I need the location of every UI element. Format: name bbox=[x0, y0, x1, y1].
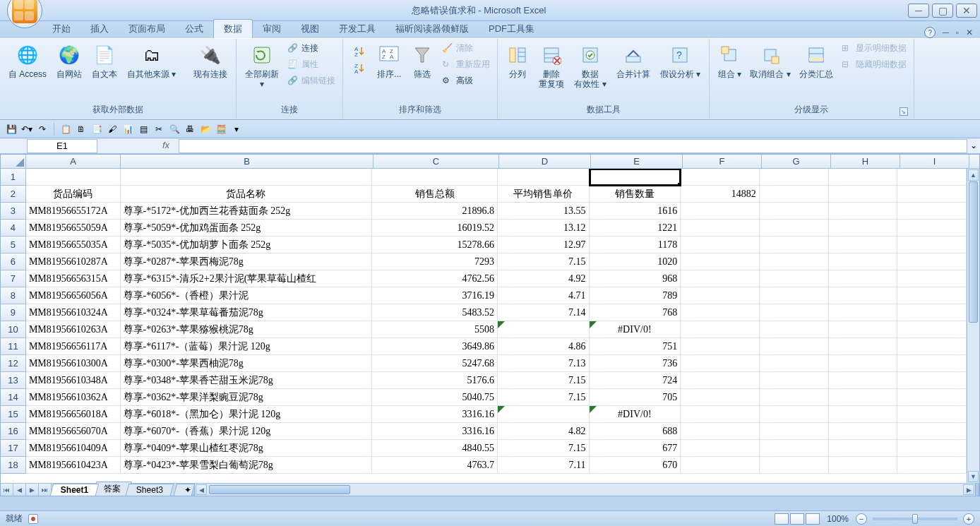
row-header[interactable]: 13 bbox=[1, 372, 26, 389]
row-header[interactable]: 1 bbox=[1, 169, 26, 186]
tab-数据[interactable]: 数据 bbox=[213, 19, 253, 38]
sheet-tab-Sheet3[interactable]: Sheet3 bbox=[126, 484, 174, 496]
cell[interactable] bbox=[760, 321, 829, 338]
column-header-B[interactable]: B bbox=[121, 155, 374, 168]
page-layout-view-button[interactable] bbox=[790, 513, 804, 525]
cell[interactable]: 5040.75 bbox=[372, 389, 497, 406]
cell[interactable]: 1178 bbox=[590, 237, 681, 253]
fx-icon[interactable]: fx bbox=[162, 140, 169, 150]
cell[interactable]: 平均销售单价 bbox=[498, 186, 590, 203]
cell[interactable] bbox=[897, 406, 967, 423]
cell[interactable] bbox=[681, 338, 760, 355]
cell[interactable] bbox=[897, 321, 967, 338]
cell[interactable] bbox=[829, 406, 898, 423]
cell[interactable]: 尊享-*5059*-优加鸡蛋面条 252g bbox=[121, 220, 373, 237]
cell[interactable] bbox=[829, 270, 898, 287]
cell[interactable] bbox=[681, 372, 760, 389]
cell[interactable]: MM81956656056A bbox=[26, 287, 121, 304]
cell[interactable]: 968 bbox=[590, 270, 681, 287]
data-tools-btn-1[interactable]: 删除重复项 bbox=[534, 41, 568, 92]
cell[interactable] bbox=[372, 169, 497, 186]
cell[interactable]: 销售数量 bbox=[590, 186, 681, 203]
format-painter-icon[interactable]: 🖌 bbox=[107, 124, 118, 135]
cell[interactable]: 尊享-*0324*-苹果草莓番茄泥78g bbox=[121, 304, 373, 321]
outline-launcher-icon[interactable]: ↘ bbox=[900, 107, 908, 116]
cell[interactable] bbox=[681, 270, 760, 287]
cell[interactable]: 尊享-*0263*-苹果猕猴桃泥78g bbox=[121, 321, 373, 338]
cell[interactable] bbox=[897, 237, 967, 253]
data-tools-btn-3[interactable]: 合并计算 bbox=[612, 41, 655, 82]
cell[interactable]: 1221 bbox=[590, 220, 681, 237]
cell[interactable]: MM81956655172A bbox=[26, 203, 121, 220]
properties-button[interactable]: 🧾属性 bbox=[285, 57, 338, 72]
cell[interactable] bbox=[897, 253, 967, 270]
hide-detail-button[interactable]: ⊟隐藏明细数据 bbox=[839, 57, 909, 72]
cell[interactable] bbox=[829, 220, 898, 237]
cell[interactable] bbox=[760, 304, 829, 321]
cell[interactable] bbox=[498, 169, 590, 186]
cell[interactable] bbox=[829, 338, 898, 355]
row-header[interactable]: 4 bbox=[1, 220, 26, 237]
connections-button[interactable]: 🔗连接 bbox=[285, 41, 338, 56]
zoom-slider[interactable] bbox=[873, 518, 957, 520]
reapply-button[interactable]: ↻重新应用 bbox=[439, 57, 493, 72]
cell[interactable] bbox=[681, 169, 760, 186]
cell[interactable] bbox=[829, 304, 898, 321]
new-sheet-button[interactable]: ✦ bbox=[174, 484, 196, 496]
cell[interactable] bbox=[829, 186, 898, 203]
data-tools-btn-4[interactable]: ?假设分析 ▾ bbox=[656, 41, 705, 82]
cell[interactable] bbox=[829, 389, 898, 406]
scroll-thumb-vertical[interactable] bbox=[969, 181, 978, 323]
new-icon[interactable]: 🗎 bbox=[76, 124, 87, 135]
clear-filter-button[interactable]: 🧹清除 bbox=[439, 41, 493, 56]
refresh-all-button[interactable]: 全部刷新▾ bbox=[241, 41, 283, 92]
select-all-corner[interactable] bbox=[1, 155, 26, 168]
external-data-btn-1[interactable]: 🌍自网站 bbox=[52, 41, 86, 82]
external-data-btn-2[interactable]: 📄自文本 bbox=[88, 41, 121, 82]
cell[interactable] bbox=[681, 423, 760, 440]
column-header-A[interactable]: A bbox=[26, 155, 121, 168]
outline-btn-2[interactable]: 分类汇总 bbox=[795, 41, 837, 82]
cell[interactable]: 5483.52 bbox=[372, 304, 497, 321]
cell[interactable]: 3716.19 bbox=[372, 287, 497, 304]
undo-icon[interactable]: ↶▾ bbox=[21, 124, 32, 135]
cell[interactable] bbox=[829, 355, 898, 372]
cell[interactable]: 尊享-*0409*-苹果山楂红枣泥78g bbox=[121, 440, 373, 457]
formula-bar[interactable] bbox=[179, 139, 967, 153]
cell[interactable]: 4.82 bbox=[498, 423, 590, 440]
row-header[interactable]: 7 bbox=[1, 270, 26, 287]
row-header[interactable]: 17 bbox=[1, 440, 26, 457]
scroll-up-icon[interactable]: ▲ bbox=[968, 169, 979, 181]
cell[interactable]: MM81956610409A bbox=[26, 440, 121, 457]
cell[interactable] bbox=[829, 169, 898, 186]
restore-window-icon[interactable]: ▫ bbox=[956, 28, 959, 37]
cell[interactable]: 尊享-*6117*-（蓝莓）果汁泥 120g bbox=[121, 338, 373, 355]
row-header[interactable]: 11 bbox=[1, 338, 26, 355]
hscroll-split-handle[interactable] bbox=[975, 484, 979, 496]
data-tools-btn-0[interactable]: 分列 bbox=[502, 41, 533, 82]
scroll-down-icon[interactable]: ▼ bbox=[968, 471, 979, 482]
cell[interactable] bbox=[897, 457, 967, 474]
cut-icon[interactable]: ✂ bbox=[153, 124, 165, 135]
cell[interactable]: 670 bbox=[590, 457, 681, 474]
open-icon[interactable]: 📂 bbox=[200, 124, 211, 135]
cell[interactable]: 7.15 bbox=[498, 389, 590, 406]
cell[interactable]: 4.92 bbox=[498, 270, 590, 287]
outline-btn-0[interactable]: 组合 ▾ bbox=[714, 41, 746, 82]
formula-bar-expand-icon[interactable]: ⌄ bbox=[969, 140, 979, 151]
filter-button[interactable]: 筛选 bbox=[407, 41, 438, 82]
edit-links-button[interactable]: 🔗编辑链接 bbox=[285, 73, 338, 88]
cell[interactable] bbox=[897, 203, 967, 220]
print-icon[interactable]: 🖶 bbox=[184, 124, 196, 135]
cell[interactable]: 677 bbox=[590, 440, 681, 457]
external-data-btn-4[interactable]: 🔌现有连接 bbox=[189, 41, 232, 82]
cell[interactable]: MM81956610324A bbox=[26, 304, 121, 321]
filter-icon[interactable]: 🔍 bbox=[169, 124, 180, 135]
cell[interactable] bbox=[829, 372, 898, 389]
cell[interactable] bbox=[681, 253, 760, 270]
cell[interactable] bbox=[897, 389, 967, 406]
cell[interactable] bbox=[829, 203, 898, 220]
help-icon[interactable]: ? bbox=[924, 27, 936, 38]
cell[interactable] bbox=[681, 287, 760, 304]
cell[interactable] bbox=[760, 423, 829, 440]
